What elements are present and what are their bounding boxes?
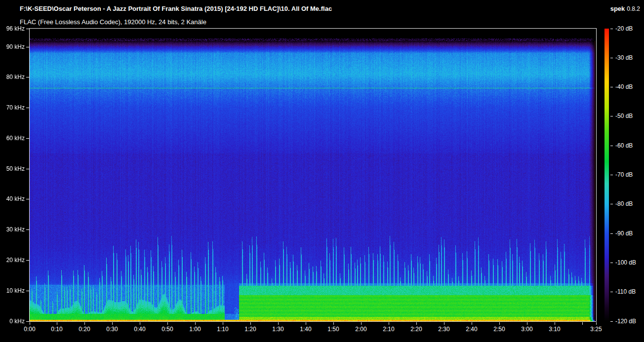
time-tick-label: 0:20 — [72, 326, 97, 333]
db-tick-label: -80 dB — [615, 200, 633, 207]
time-tick-label: 2:20 — [404, 326, 429, 333]
time-tick-label: 3:10 — [542, 326, 567, 333]
time-tick — [250, 322, 251, 325]
freq-tick-label: 10 kHz — [0, 287, 25, 294]
time-tick-label: 1:50 — [321, 326, 346, 333]
db-tick — [610, 58, 613, 58]
time-tick — [84, 322, 85, 325]
freq-tick — [26, 47, 29, 47]
db-tick — [610, 175, 613, 175]
time-tick-label: 3:25 — [584, 326, 608, 333]
db-tick-label: -30 dB — [615, 54, 633, 61]
freq-tick — [26, 108, 29, 108]
time-tick-label: 2:30 — [432, 326, 456, 333]
db-tick — [610, 87, 613, 87]
time-tick-label: 1:20 — [238, 326, 263, 333]
file-path-title: F:\K-SEED\Oscar Peterson - A Jazz Portra… — [20, 5, 332, 12]
freq-tick — [26, 169, 29, 169]
time-tick-label: 0:50 — [155, 326, 180, 333]
time-tick-label: 1:10 — [210, 326, 235, 333]
time-tick-label: 1:30 — [266, 326, 290, 333]
time-tick-label: 2:00 — [349, 326, 373, 333]
time-tick — [167, 322, 168, 325]
freq-tick-label: 30 kHz — [0, 226, 25, 233]
time-tick-label: 0:40 — [127, 326, 152, 333]
db-tick — [610, 263, 613, 263]
db-tick-label: -50 dB — [615, 113, 633, 119]
time-tick — [472, 322, 472, 325]
freq-tick — [26, 138, 29, 139]
freq-tick-label: 50 kHz — [0, 165, 25, 172]
time-tick — [140, 322, 140, 325]
freq-tick — [26, 199, 29, 199]
db-colorbar — [604, 29, 609, 321]
db-tick-label: -120 dB — [615, 318, 636, 325]
freq-tick-label: 60 kHz — [0, 135, 25, 142]
freq-tick-label: 40 kHz — [0, 195, 25, 202]
time-tick — [223, 322, 223, 325]
time-tick — [112, 322, 113, 325]
time-tick — [444, 322, 444, 325]
spectrogram-canvas — [30, 29, 596, 321]
time-tick — [527, 322, 527, 325]
db-tick-label: -110 dB — [615, 288, 636, 295]
time-tick — [582, 322, 583, 325]
time-tick-label: 1:40 — [293, 326, 318, 333]
freq-tick-label: 96 kHz — [0, 25, 25, 32]
app-brand: spek0.8.2 — [610, 5, 640, 12]
time-tick-label: 2:10 — [376, 326, 401, 333]
time-tick-label: 0:10 — [44, 326, 69, 333]
db-tick-label: -70 dB — [615, 171, 633, 178]
codec-info: FLAC (Free Lossless Audio Codec), 192000… — [20, 18, 206, 26]
time-tick — [416, 322, 417, 325]
db-tick-label: -60 dB — [615, 142, 633, 149]
time-tick — [333, 322, 334, 325]
db-tick — [610, 116, 613, 116]
time-tick-label: 0:30 — [100, 326, 124, 333]
time-tick — [195, 322, 196, 325]
time-tick-label: 0:00 — [17, 326, 42, 333]
time-tick-label: 2:40 — [459, 326, 484, 333]
db-tick-label: -90 dB — [615, 230, 633, 237]
freq-tick — [26, 291, 29, 291]
freq-tick-label: 80 kHz — [0, 74, 25, 80]
freq-tick-label: 20 kHz — [0, 257, 25, 264]
db-tick — [610, 29, 613, 29]
freq-tick — [26, 260, 29, 261]
time-tick — [361, 322, 362, 325]
time-tick — [30, 322, 30, 325]
db-tick-label: -20 dB — [615, 25, 633, 32]
time-tick-label: 3:00 — [515, 326, 539, 333]
db-tick — [610, 146, 613, 146]
db-tick — [610, 233, 613, 234]
time-tick — [306, 322, 306, 325]
db-tick-label: -100 dB — [615, 259, 636, 266]
time-tick — [389, 322, 389, 325]
spek-window: F:\K-SEED\Oscar Peterson - A Jazz Portra… — [0, 0, 644, 342]
app-name: spek — [610, 5, 625, 12]
db-tick — [610, 321, 613, 322]
freq-tick-label: 0 kHz — [0, 318, 25, 325]
db-tick-label: -40 dB — [615, 83, 633, 90]
db-tick — [610, 204, 613, 204]
freq-tick — [26, 321, 29, 322]
freq-tick — [26, 77, 29, 77]
time-tick-label: 1:00 — [183, 326, 207, 333]
freq-tick — [26, 29, 29, 29]
db-tick — [610, 292, 613, 292]
time-tick — [278, 322, 279, 325]
time-tick — [57, 322, 57, 325]
freq-tick — [26, 229, 29, 230]
time-tick — [555, 322, 555, 325]
freq-tick-label: 70 kHz — [0, 104, 25, 111]
app-version: 0.8.2 — [627, 5, 640, 12]
freq-tick-label: 90 kHz — [0, 43, 25, 50]
time-tick — [499, 322, 500, 325]
time-tick — [596, 322, 597, 325]
time-tick-label: 2:50 — [487, 326, 512, 333]
